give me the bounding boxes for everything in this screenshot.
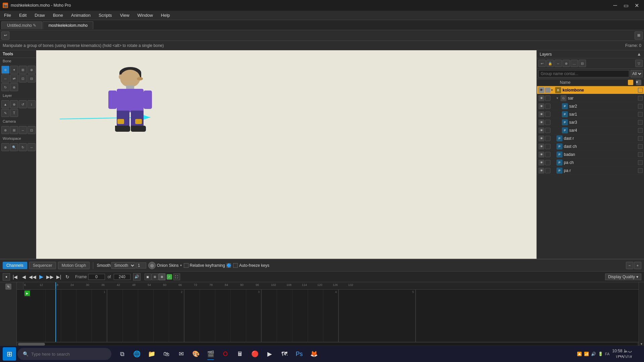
layer-row-dast-r[interactable]: 👁 P dast r [537,134,644,142]
go-to-start-button[interactable]: |◀ [11,273,19,281]
tab-sequencer[interactable]: Sequencer [29,262,56,269]
menu-scripts[interactable]: Scripts [95,11,116,19]
layer-row-sar2[interactable]: 👁 P sar2 [537,102,644,110]
layer-checkbox-sar3[interactable] [638,120,643,125]
layer-eye-sar3[interactable]: 👁 [538,119,544,125]
tl-h-scrollbar[interactable] [17,342,639,346]
layer-checkbox-dast-r[interactable] [638,136,643,141]
fast-forward-button[interactable]: ▶▶ [46,273,54,281]
layer-row-sar1[interactable]: 👁 P sar1 [537,110,644,118]
layer-row-sar3[interactable]: 👁 P sar3 [537,118,644,126]
tab-channels[interactable]: Channels [3,262,27,269]
taskbar-app-2[interactable]: 🔴 [248,347,262,361]
bone-tool-4[interactable]: ⊗ [28,66,36,74]
bone-tool-3[interactable]: ⊞ [19,66,27,74]
bone-tool-6[interactable]: ⇄ [10,74,18,82]
camera-tool-4[interactable]: ⊡ [28,126,36,134]
layers-tb-btn-1[interactable]: ↩ [538,60,546,67]
current-frame-input[interactable] [88,274,105,280]
step-back-button[interactable]: ◀◀ [29,273,36,281]
play-button[interactable]: ▶ [38,273,45,281]
layer-checkbox-sar1[interactable] [638,112,643,117]
menu-animation[interactable]: Animation [67,11,95,19]
layer-checkbox-pa-r[interactable] [638,168,643,173]
camera-tool-3[interactable]: ↔ [19,126,27,134]
layer-checkbox-sar4[interactable] [638,128,643,133]
layer-checkbox-sar2[interactable] [638,104,643,109]
taskbar-app-1[interactable]: 🎨 [189,347,203,361]
layer-eye-kolombone[interactable]: 👁 [538,87,544,93]
layers-tb-btn-5[interactable]: … [571,60,578,67]
onion-skins-dropdown[interactable]: ▾ [180,263,182,267]
menu-window[interactable]: Window [133,11,157,19]
key-indicator[interactable]: ✓ [167,274,172,280]
layers-tb-btn-6[interactable]: ⊟ [579,60,586,67]
bone-tool-7[interactable]: ⊡ [19,74,27,82]
menu-bone[interactable]: Bone [49,11,67,19]
play-green-button[interactable]: ▶ [24,291,30,296]
bone-tool-9[interactable]: ↻ [1,83,9,91]
taskbar-search[interactable]: 🔍 [17,348,111,360]
menu-file[interactable]: File [0,11,15,19]
taskbar-firefox[interactable]: 🦊 [307,347,321,361]
view-mode-2[interactable]: ⊞ [152,274,158,280]
layers-tb-btn-3[interactable]: ↔ [554,60,562,67]
bone-tool-2[interactable]: ✦ [10,66,18,74]
smooth-dropdown[interactable]: Smooth Linear [111,262,136,269]
taskbar-edge[interactable]: 🌐 [130,347,144,361]
taskbar-photoshop[interactable]: Ps [292,347,306,361]
fullscreen-button[interactable]: ⛶ [173,274,180,280]
show-desktop-button[interactable] [635,347,641,361]
tl-v-scrollbar-track[interactable] [639,282,644,342]
layer-eye-badan[interactable]: 👁 [538,152,544,158]
layer-row-badan[interactable]: 👁 P badan [537,150,644,159]
menu-edit[interactable]: Edit [15,11,31,19]
layer-row-sar4[interactable]: 👁 P sar4 [537,126,644,134]
view-mode-3[interactable]: ⊠ [159,274,165,280]
total-frames-input[interactable] [114,274,130,280]
windows-start-button[interactable]: ⊞ [3,347,16,361]
layer-eye-sar1[interactable]: 👁 [538,111,544,117]
minimize-button[interactable]: ─ [610,1,620,10]
tab-untitled[interactable]: Untitled.moho ✎ [1,21,42,29]
bone-tool-5[interactable]: ↔ [1,74,9,82]
viewport[interactable] [36,50,537,259]
taskbar-explorer[interactable]: 📁 [145,347,158,361]
layer-tool-5[interactable]: ✎ [1,109,9,117]
taskbar-maps[interactable]: 🗺 [278,347,291,361]
bone-tool-10[interactable]: ⊕ [10,83,18,91]
auto-freeze-checkbox[interactable] [233,263,238,268]
menu-draw[interactable]: Draw [31,11,49,19]
zoom-in-button[interactable]: + [634,262,641,269]
taskbar-calc[interactable]: 🖩 [233,347,247,361]
restore-button[interactable]: ▭ [621,1,631,10]
camera-tool-1[interactable]: ⊕ [1,126,9,134]
layers-collapse-button[interactable]: ▲ [637,52,641,57]
layer-expand-kolombone[interactable]: ▾ [551,88,555,92]
zoom-out-button[interactable]: − [626,262,633,269]
tl-scrollbar-thumb[interactable] [18,343,45,346]
toolbar-right-btn[interactable]: ⊞ [635,32,643,40]
menu-view[interactable]: View [116,11,133,19]
close-button[interactable]: ✕ [632,1,641,10]
layers-tb-btn-2[interactable]: 🔒 [546,60,554,67]
layer-row-pa-r[interactable]: 👁 P pa r [537,167,644,175]
taskbar-store[interactable]: 🛍 [160,347,173,361]
toolbar-btn-1[interactable]: ↩ [1,32,9,40]
taskbar-opera[interactable]: O [219,347,232,361]
taskbar-search-input[interactable] [31,352,98,357]
onion-skins-icon[interactable]: ◎ [148,262,156,269]
layers-filter-input[interactable] [538,70,629,77]
taskbar-task-view[interactable]: ⧉ [115,347,129,361]
layers-expand-btn[interactable]: ▽ [635,60,643,67]
layer-row-kolombone[interactable]: 👁 ▾ B kolombone [537,86,644,94]
layer-eye-pa-r[interactable]: 👁 [538,168,544,174]
tl-left-btn-1[interactable]: ✎ [5,284,11,290]
layer-eye-dast-r[interactable]: 👁 [538,135,544,141]
layer-row-pa-ch[interactable]: 👁 P pa ch [537,159,644,167]
layer-checkbox-badan[interactable] [638,152,643,157]
relative-keyframing-checkbox[interactable] [184,263,189,268]
smooth-value-input[interactable] [136,262,146,268]
volume-button[interactable]: 🔊 [133,273,141,281]
layer-eye-pa-ch[interactable]: 👁 [538,160,544,166]
